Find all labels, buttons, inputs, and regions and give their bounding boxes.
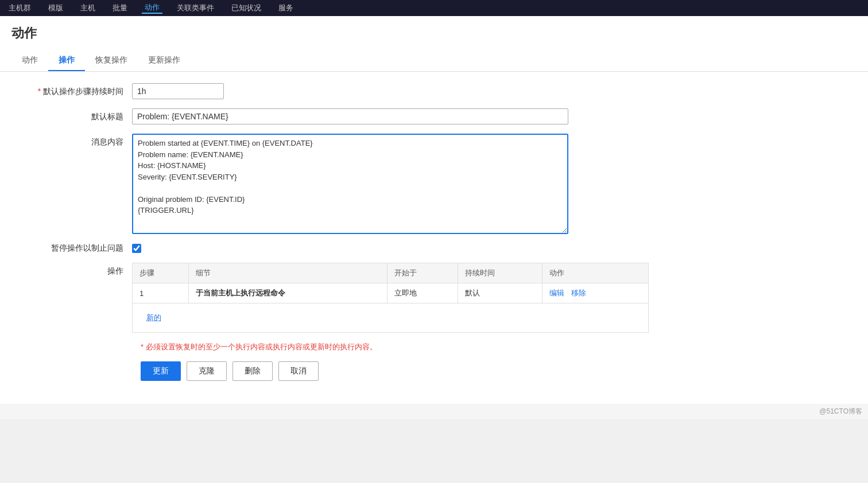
page-title: 动作 (11, 25, 857, 42)
duration-row: 默认操作步骤持续时间 (17, 83, 851, 99)
row-detail: 于当前主机上执行远程命令 (188, 283, 387, 303)
subject-label: 默认标题 (17, 108, 132, 122)
pause-row: 暂停操作以制止问题 (17, 243, 851, 254)
row-step: 1 (133, 283, 189, 303)
nav-item-7[interactable]: 服务 (276, 3, 296, 13)
edit-action-link[interactable]: 编辑 (549, 289, 564, 297)
nav-item-6[interactable]: 已知状况 (228, 3, 264, 13)
operations-row: 操作 步骤 细节 开始于 持续时间 动作 1 于当前主机上执行远程命令 (17, 263, 851, 333)
new-row: 新的 (133, 303, 649, 333)
operations-label: 操作 (17, 263, 132, 276)
col-start: 开始于 (388, 263, 458, 283)
new-link[interactable]: 新的 (140, 308, 168, 328)
table-header: 步骤 细节 开始于 持续时间 动作 (133, 263, 649, 283)
table-row: 1 于当前主机上执行远程命令 立即地 默认 编辑 移除 (133, 283, 649, 303)
duration-input[interactable] (132, 83, 224, 99)
nav-item-1[interactable]: 模版 (45, 3, 66, 13)
row-start: 立即地 (388, 283, 458, 303)
tab-update[interactable]: 更新操作 (138, 50, 191, 71)
warning-text: * 必须设置恢复时的至少一个执行内容或执行内容或更新时的执行内容。 (141, 342, 851, 352)
tab-actions[interactable]: 动作 (11, 50, 48, 71)
delete-button[interactable]: 删除 (232, 361, 273, 381)
footer: @51CTO博客 (0, 404, 868, 419)
pause-checkbox-wrapper (132, 244, 141, 253)
message-row: 消息内容 Problem started at {EVENT.TIME} on … (17, 134, 851, 234)
col-duration: 持续时间 (458, 263, 542, 283)
message-textarea[interactable]: Problem started at {EVENT.TIME} on {EVEN… (132, 134, 568, 234)
pause-label: 暂停操作以制止问题 (17, 243, 132, 254)
subject-row: 默认标题 (17, 108, 851, 124)
subject-input[interactable] (132, 108, 568, 124)
nav-item-3[interactable]: 批量 (110, 3, 130, 13)
operations-table: 步骤 细节 开始于 持续时间 动作 1 于当前主机上执行远程命令 立即地 默认 (132, 263, 649, 333)
tab-bar: 动作 操作 恢复操作 更新操作 (11, 50, 857, 71)
update-button[interactable]: 更新 (141, 361, 181, 381)
top-navigation: 主机群 模版 主机 批量 动作 关联类事件 已知状况 服务 (0, 0, 868, 16)
new-cell: 新的 (133, 303, 649, 333)
col-step: 步骤 (133, 263, 189, 283)
tab-recovery[interactable]: 恢复操作 (85, 50, 138, 71)
remove-action-link[interactable]: 移除 (571, 289, 586, 297)
col-detail: 细节 (188, 263, 387, 283)
button-row: 更新 克隆 删除 取消 (141, 361, 851, 381)
col-action: 动作 (542, 263, 649, 283)
pause-checkbox[interactable] (132, 244, 141, 253)
message-label: 消息内容 (17, 134, 132, 147)
nav-item-2[interactable]: 主机 (78, 3, 98, 13)
main-content: 默认操作步骤持续时间 默认标题 消息内容 Problem started at … (0, 72, 868, 404)
nav-item-actions[interactable]: 动作 (142, 2, 162, 14)
nav-item-5[interactable]: 关联类事件 (174, 3, 217, 13)
duration-label: 默认操作步骤持续时间 (17, 83, 132, 97)
tab-operations[interactable]: 操作 (48, 50, 85, 71)
row-actions: 编辑 移除 (542, 283, 649, 303)
row-duration: 默认 (458, 283, 542, 303)
operations-table-wrapper: 步骤 细节 开始于 持续时间 动作 1 于当前主机上执行远程命令 立即地 默认 (132, 263, 851, 333)
page-header: 动作 动作 操作 恢复操作 更新操作 (0, 16, 868, 72)
cancel-button[interactable]: 取消 (278, 361, 319, 381)
clone-button[interactable]: 克隆 (187, 361, 227, 381)
nav-item-0[interactable]: 主机群 (6, 3, 34, 13)
